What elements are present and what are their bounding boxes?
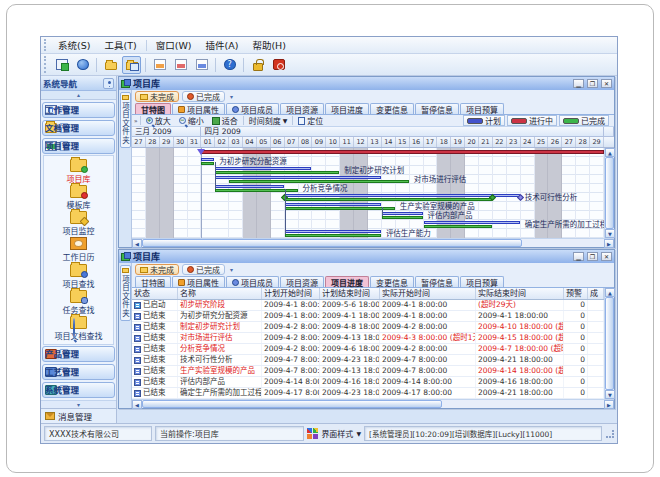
sidebar-item-任务查找[interactable]: 任务查找 [63,290,95,315]
plan-bar-评估生产能力[interactable] [285,230,381,233]
tab-甘特图[interactable]: 甘特图 [135,276,171,287]
actual-bar-为初步研究分配资源[interactable] [201,162,214,165]
scroll-right-icon[interactable]: ▶ [604,400,614,409]
tab-项目成员[interactable]: 项目成员 [226,103,279,114]
tab-项目成员[interactable]: 项目成员 [226,276,279,287]
table-row[interactable]: 已结束制定初步研究计划2009-4-2 8:00:002009-4-8 18:0… [132,322,604,333]
project-folder-vtab[interactable]: 项目文件夹 [120,92,131,148]
filter-button-未完成[interactable]: 未完成 [135,264,179,275]
tab-暂停信息[interactable]: 暂停信息 [415,103,459,114]
tab-项目进度[interactable]: 项目进度 [325,103,369,114]
overflow-chevron-icon[interactable]: » [134,117,138,124]
tab-项目进度[interactable]: 项目进度 [325,276,369,287]
scroll-up-icon[interactable]: ▲ [605,148,615,157]
plan-bar-确定生产所需的加工过程[interactable] [424,221,520,224]
gantt-chart[interactable]: 为初步研究分配资源制定初步研究计划对市场进行评估分析竞争情况技术可行性分析生产实… [132,148,604,238]
tab-项目预算[interactable]: 项目预算 [460,276,504,287]
sidebar-group-工作管理[interactable]: 工作管理▾ [42,102,115,118]
tab-暂停信息[interactable]: 暂停信息 [415,276,459,287]
minimize-button[interactable]: ▁ [573,252,584,261]
plan-bar-对市场进行评估[interactable] [215,176,381,179]
plan-bar-制定初步研究计划[interactable] [215,167,311,170]
scroll-thumb[interactable] [605,297,614,390]
table-row[interactable]: 已结束评估内部产品2009-4-14 8:00:002009-4-16 18:0… [132,377,604,388]
column-header-计划开始时间[interactable]: 计划开始时间 [262,288,320,299]
scroll-down-icon[interactable]: ▼ [605,390,615,399]
zoom-in-button[interactable]: +放大 [143,115,174,126]
menu-item-5[interactable]: 帮助(H) [245,37,293,53]
maximize-button[interactable]: ❐ [587,79,598,88]
table-vertical-scrollbar[interactable]: ▲ ▼ [604,288,614,399]
resize-grip[interactable] [606,430,614,438]
sidebar-item-项目监控[interactable]: 项目监控 [63,211,95,236]
sidebar-collapse-strip[interactable]: ▴ [41,91,116,100]
exit-button[interactable] [269,56,288,74]
pin-icon[interactable] [103,78,114,89]
actual-bar-确定生产所需的加工过程[interactable] [424,225,492,228]
folder-window-button[interactable] [122,56,141,74]
sidebar-group-系统管理[interactable]: 系统管理▾ [42,382,115,398]
window-new-button[interactable] [52,56,71,74]
sidebar-overflow-indicator[interactable]: ▾ [41,400,116,408]
scroll-thumb[interactable] [605,157,614,229]
scroll-up-icon[interactable]: ▲ [605,288,615,297]
fit-button[interactable]: 适合 [209,115,241,126]
scroll-left-icon[interactable]: ◀ [132,400,142,409]
interface-style-dropdown[interactable]: 界面样式 [321,428,353,439]
sidebar-group-工艺管理[interactable]: 工艺管理▾ [42,364,115,380]
sidebar-item-项目查找[interactable]: 项目查找 [63,264,95,289]
mail-1-button[interactable] [150,56,169,74]
table-row[interactable]: 已启动初步研究阶段2009-4-1 8:00:002009-5-6 18:00:… [132,300,604,311]
plan-bar-评估内部产品[interactable] [382,212,423,215]
column-header-实际结束时间[interactable]: 实际结束时间 [476,288,564,299]
project-folder-vtab[interactable]: 项目文件夹 [120,265,131,321]
tab-变更信息[interactable]: 变更信息 [370,103,414,114]
summary-bar-初步研究阶段[interactable] [201,150,604,154]
filter-overflow-chevron-icon[interactable]: ▾ [230,93,233,100]
table-row[interactable]: 已结束技术可行性分析2009-4-7 8:00:002009-4-23 18:0… [132,355,604,366]
tab-项目资源[interactable]: 项目资源 [280,276,324,287]
locate-button[interactable]: 定位 [295,115,326,126]
maximize-button[interactable]: ❐ [587,252,598,261]
gantt-vertical-scrollbar[interactable]: ▲ ▼ [604,148,614,238]
tab-项目资源[interactable]: 项目资源 [280,103,324,114]
gantt-horizontal-scrollbar[interactable]: ◀ ▶ [132,238,614,247]
scroll-down-icon[interactable]: ▼ [605,229,615,238]
tab-项目属性[interactable]: 项目属性 [172,276,225,287]
scroll-left-icon[interactable]: ◀ [132,239,142,248]
minimize-button[interactable]: ▁ [573,79,584,88]
column-header-名称[interactable]: 名称 [178,288,262,299]
table-row[interactable]: 已结束确定生产所需的加工过程2009-4-17 8:00:002009-4-23… [132,388,604,399]
chevron-down-icon[interactable]: ▼ [356,430,361,437]
sidebar-item-项目文档查找[interactable]: 项目文档查找 [55,316,103,341]
zoom-out-button[interactable]: −缩小 [176,115,207,126]
sidebar-item-项目库[interactable]: 项目库 [67,159,91,184]
column-header-状态[interactable]: 状态 [132,288,178,299]
plan-bar-生产实验室规模的产品[interactable] [285,203,381,206]
actual-bar-对市场进行评估[interactable] [229,180,408,183]
column-header-实际开始时间[interactable]: 实际开始时间 [380,288,476,299]
filter-button-已完成[interactable]: 已完成 [182,264,225,275]
plan-bar-分析竞争情况[interactable] [215,185,283,188]
table-row[interactable]: 已结束对市场进行评估2009-4-2 8:00:002009-4-13 18:0… [132,333,604,344]
scroll-thumb[interactable] [142,239,522,247]
scroll-right-icon[interactable]: ▶ [604,239,614,248]
gantt-panel-titlebar[interactable]: 项目库 ▁ ❐ ✕ [119,77,614,90]
filter-button-已完成[interactable]: 已完成 [182,91,225,102]
column-header-预警[interactable]: 预警 [564,288,588,299]
lock-button[interactable] [248,56,267,74]
menu-item-1[interactable]: 系统(S) [51,37,97,53]
mail-2-button[interactable] [171,56,190,74]
tab-甘特图[interactable]: 甘特图 [135,103,171,114]
sidebar-group-产品管理[interactable]: 产品管理▾ [42,346,115,362]
actual-bar-技术可行性分析[interactable] [285,198,492,201]
actual-bar-评估生产能力[interactable] [285,234,381,237]
sidebar-group-项目管理[interactable]: 项目管理▴ [42,138,115,154]
plan-bar-技术可行性分析[interactable] [285,194,520,197]
sidebar-item-模板库[interactable]: 模板库 [67,185,91,210]
time-scale-dropdown[interactable]: 时间刻度▼ [246,115,291,126]
column-header-计划结束时间[interactable]: 计划结束时间 [320,288,380,299]
filter-button-未完成[interactable]: 未完成 [135,91,179,102]
actual-bar-生产实验室规模的产品[interactable] [285,207,395,210]
sidebar-tab-message-management[interactable]: 消息管理 [41,408,116,423]
